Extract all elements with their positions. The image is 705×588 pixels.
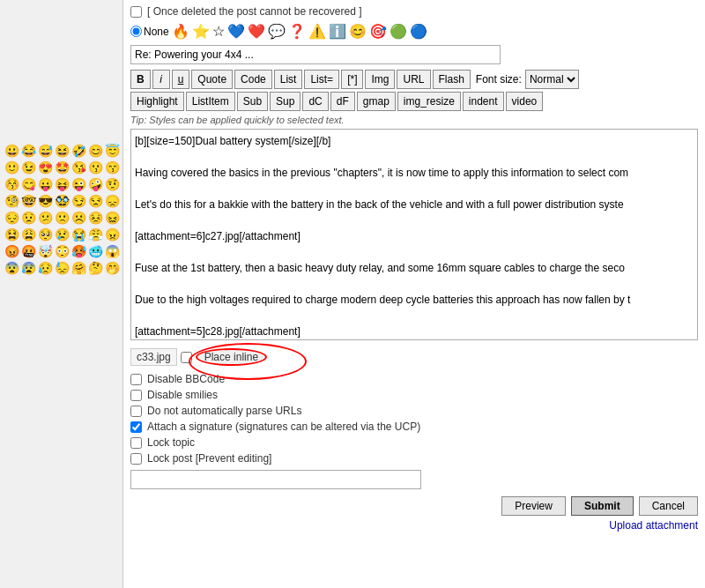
emoji-item[interactable]: 😰 xyxy=(20,260,36,276)
post-icon-star[interactable]: ⭐ xyxy=(192,23,210,40)
emoji-item[interactable]: 😙 xyxy=(104,160,120,175)
lock-topic-checkbox[interactable] xyxy=(130,437,142,449)
highlight-button[interactable]: Highlight xyxy=(130,92,184,111)
list-button[interactable]: List xyxy=(274,70,303,89)
attach-signature-checkbox[interactable] xyxy=(130,421,142,433)
emoji-item[interactable]: 🤔 xyxy=(87,260,103,276)
emoji-item[interactable]: 😡 xyxy=(4,243,19,259)
emoji-item[interactable]: 🥺 xyxy=(37,227,53,242)
emoji-item[interactable]: 🤯 xyxy=(37,243,53,259)
emoji-item[interactable]: 😂 xyxy=(20,143,36,159)
emoji-item[interactable]: 😅 xyxy=(37,143,53,159)
underline-button[interactable]: u xyxy=(172,70,190,89)
none-radio-option[interactable]: None xyxy=(130,26,169,38)
attachment-checkbox[interactable] xyxy=(181,352,192,363)
emoji-item[interactable]: 😥 xyxy=(37,260,53,276)
img-button[interactable]: Img xyxy=(365,70,395,89)
emoji-item[interactable]: 😱 xyxy=(104,243,120,259)
post-icon-heart-red[interactable]: ❤️ xyxy=(248,23,265,40)
post-icon-target[interactable]: 🎯 xyxy=(369,23,387,40)
bold-button[interactable]: B xyxy=(130,70,151,89)
sup-button[interactable]: Sup xyxy=(270,92,301,111)
lock-post-checkbox[interactable] xyxy=(130,453,142,465)
emoji-item[interactable]: 😜 xyxy=(70,176,86,192)
gmap-button[interactable]: gmap xyxy=(357,92,396,111)
emoji-item[interactable]: 😕 xyxy=(37,210,53,226)
font-size-select[interactable]: Tiny Small Normal Large Huge xyxy=(525,70,579,89)
df-button[interactable]: dF xyxy=(330,92,355,111)
emoji-item[interactable]: 🤓 xyxy=(20,193,36,209)
listitem-button[interactable]: ListItem xyxy=(186,92,235,111)
emoji-item[interactable]: 🤬 xyxy=(20,243,36,259)
video-button[interactable]: video xyxy=(506,92,544,111)
emoji-item[interactable]: 😊 xyxy=(87,143,103,159)
emoji-item[interactable]: 🥵 xyxy=(70,243,86,259)
post-icon-fire[interactable]: 🔥 xyxy=(172,23,189,40)
emoji-item[interactable]: ☹️ xyxy=(70,210,86,226)
none-radio[interactable] xyxy=(130,26,142,37)
quote-button[interactable]: Quote xyxy=(191,70,233,89)
emoji-item[interactable]: 🥸 xyxy=(54,193,70,209)
emoji-item[interactable]: 😆 xyxy=(54,143,70,159)
emoji-item[interactable]: 🤭 xyxy=(104,260,120,276)
post-icon-star-outline[interactable]: ☆ xyxy=(212,23,225,40)
code-button[interactable]: Code xyxy=(234,70,272,89)
emoji-item[interactable]: 😨 xyxy=(4,260,19,276)
list-eq-button[interactable]: List= xyxy=(304,70,339,89)
delete-notice-checkbox[interactable] xyxy=(130,6,142,18)
emoji-item[interactable]: 😍 xyxy=(37,160,53,175)
emoji-item[interactable]: 😘 xyxy=(70,160,86,175)
post-icon-green[interactable]: 🟢 xyxy=(390,23,407,40)
emoji-item[interactable]: 😓 xyxy=(54,260,70,276)
emoji-item[interactable]: 😖 xyxy=(104,210,120,226)
url-button[interactable]: URL xyxy=(397,70,430,89)
indent-button[interactable]: indent xyxy=(463,92,504,111)
place-inline-button[interactable]: Place inline xyxy=(196,348,267,366)
emoji-item[interactable]: 🥶 xyxy=(87,243,103,259)
text-editor[interactable] xyxy=(130,129,698,340)
emoji-item[interactable]: 😚 xyxy=(4,176,19,192)
cancel-button[interactable]: Cancel xyxy=(639,496,698,516)
emoji-item[interactable]: 😟 xyxy=(20,210,36,226)
post-icon-question[interactable]: ❓ xyxy=(288,23,306,40)
emoji-item[interactable]: 😠 xyxy=(104,227,120,242)
submit-button[interactable]: Submit xyxy=(571,496,634,516)
emoji-item[interactable]: 😭 xyxy=(70,227,86,242)
emoji-item[interactable]: 🙂 xyxy=(4,160,19,175)
post-icon-speech[interactable]: 💬 xyxy=(268,23,286,40)
disable-bbcode-checkbox[interactable] xyxy=(130,374,142,385)
emoji-item[interactable]: 😤 xyxy=(87,227,103,242)
emoji-item[interactable]: 😗 xyxy=(87,160,103,175)
flash-button[interactable]: Flash xyxy=(433,70,471,89)
emoji-item[interactable]: 😞 xyxy=(104,193,120,209)
emoji-item[interactable]: 🙁 xyxy=(54,210,70,226)
tag-input[interactable] xyxy=(130,470,421,489)
emoji-item[interactable]: 🧐 xyxy=(4,193,19,209)
sub-button[interactable]: Sub xyxy=(237,92,268,111)
emoji-item[interactable]: 🤗 xyxy=(70,260,86,276)
emoji-item[interactable]: 😇 xyxy=(104,143,120,159)
emoji-item[interactable]: 😝 xyxy=(54,176,70,192)
emoji-item[interactable]: 😫 xyxy=(4,227,19,242)
emoji-item[interactable]: 😔 xyxy=(4,210,19,226)
emoji-item[interactable]: 😏 xyxy=(70,193,86,209)
post-icon-info[interactable]: ℹ️ xyxy=(329,23,346,40)
italic-button[interactable]: i xyxy=(152,70,170,89)
emoji-item[interactable]: 🤪 xyxy=(87,176,103,192)
preview-button[interactable]: Preview xyxy=(501,496,566,516)
emoji-item[interactable]: 🤨 xyxy=(104,176,120,192)
emoji-item[interactable]: 😩 xyxy=(20,227,36,242)
disable-smilies-checkbox[interactable] xyxy=(130,390,142,401)
img-resize-button[interactable]: img_resize xyxy=(397,92,461,111)
upload-attachment-link[interactable]: Upload attachment xyxy=(609,519,698,532)
emoji-item[interactable]: 😳 xyxy=(54,243,70,259)
post-icon-info2[interactable]: 🔵 xyxy=(410,23,427,40)
emoji-item[interactable]: 😀 xyxy=(4,143,19,159)
emoji-item[interactable]: 😒 xyxy=(87,193,103,209)
emoji-item[interactable]: 😋 xyxy=(20,176,36,192)
emoji-item[interactable]: 🤣 xyxy=(70,143,86,159)
emoji-item[interactable]: 😉 xyxy=(20,160,36,175)
dc-button[interactable]: dC xyxy=(302,92,328,111)
emoji-item[interactable]: 😛 xyxy=(37,176,53,192)
subject-input[interactable] xyxy=(130,45,501,64)
